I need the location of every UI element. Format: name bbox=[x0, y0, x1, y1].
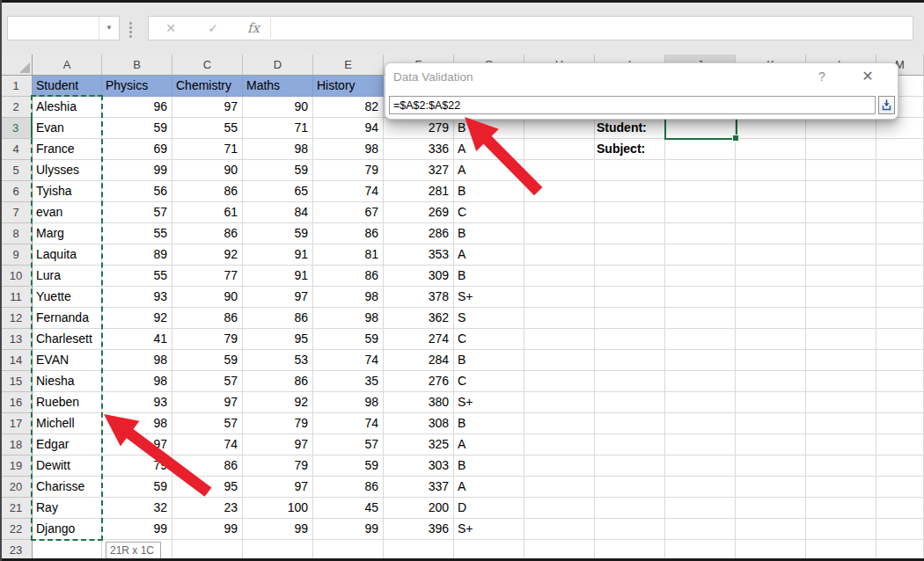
cell-A5[interactable]: Ulysses bbox=[33, 160, 102, 181]
cell-E12[interactable]: 98 bbox=[313, 308, 384, 329]
row-header-6[interactable]: 6 bbox=[0, 181, 33, 202]
row-header-20[interactable]: 20 bbox=[0, 477, 33, 498]
cell-H18[interactable] bbox=[524, 434, 595, 455]
cell-K12[interactable] bbox=[736, 308, 806, 329]
cell-B21[interactable]: 32 bbox=[102, 498, 172, 519]
cell-K14[interactable] bbox=[736, 350, 806, 371]
cell-E17[interactable]: 74 bbox=[313, 413, 384, 434]
cell-I10[interactable] bbox=[595, 266, 665, 287]
cell-J11[interactable] bbox=[665, 287, 736, 308]
cell-D1[interactable]: Maths bbox=[243, 76, 313, 97]
cell-I8[interactable] bbox=[595, 223, 665, 244]
cell-D21[interactable]: 100 bbox=[243, 498, 313, 519]
select-all-corner[interactable] bbox=[0, 55, 33, 76]
cell-D12[interactable]: 86 bbox=[243, 308, 313, 329]
cell-D4[interactable]: 98 bbox=[243, 139, 313, 160]
cell-I18[interactable] bbox=[595, 434, 665, 455]
formula-bar-input[interactable] bbox=[274, 18, 914, 40]
cell-B18[interactable]: 97 bbox=[102, 434, 172, 455]
row-header-21[interactable]: 21 bbox=[0, 498, 33, 519]
cell-J6[interactable] bbox=[665, 181, 736, 202]
cell-G5[interactable]: A bbox=[454, 160, 524, 181]
cell-J14[interactable] bbox=[665, 350, 736, 371]
cell-J7[interactable] bbox=[665, 202, 736, 223]
cell-D8[interactable]: 59 bbox=[243, 223, 313, 244]
cell-C11[interactable]: 90 bbox=[172, 287, 243, 308]
cell-J12[interactable] bbox=[665, 308, 736, 329]
cell-C9[interactable]: 92 bbox=[172, 244, 243, 266]
cell-M20[interactable] bbox=[876, 477, 924, 498]
cell-E11[interactable]: 98 bbox=[313, 287, 384, 308]
cell-A3[interactable]: Evan bbox=[33, 118, 102, 139]
cell-A1[interactable]: Student bbox=[33, 76, 102, 97]
cell-B9[interactable]: 89 bbox=[102, 244, 172, 266]
cell-M19[interactable] bbox=[876, 455, 924, 477]
fill-handle[interactable] bbox=[732, 135, 739, 142]
cell-F6[interactable]: 281 bbox=[384, 181, 454, 202]
cell-I22[interactable] bbox=[595, 519, 665, 540]
cell-F10[interactable]: 309 bbox=[384, 266, 454, 287]
cell-H5[interactable] bbox=[524, 160, 595, 181]
cell-A2[interactable]: Aleshia bbox=[33, 97, 102, 118]
cell-H16[interactable] bbox=[524, 392, 595, 413]
cell-B17[interactable]: 98 bbox=[102, 413, 172, 434]
cell-C13[interactable]: 79 bbox=[172, 329, 243, 350]
cell-C2[interactable]: 97 bbox=[172, 97, 243, 118]
cell-L19[interactable] bbox=[806, 455, 876, 477]
cell-G6[interactable]: B bbox=[454, 181, 524, 202]
cell-I6[interactable] bbox=[595, 181, 665, 202]
cell-K16[interactable] bbox=[736, 392, 806, 413]
cell-L12[interactable] bbox=[806, 308, 876, 329]
cell-K17[interactable] bbox=[736, 413, 806, 434]
cell-C19[interactable]: 86 bbox=[172, 455, 243, 477]
cell-D11[interactable]: 97 bbox=[243, 287, 313, 308]
cell-M4[interactable] bbox=[876, 139, 924, 160]
cell-L7[interactable] bbox=[806, 202, 876, 223]
cell-A19[interactable]: Dewitt bbox=[33, 455, 102, 477]
name-box-input[interactable] bbox=[10, 18, 103, 40]
cell-B12[interactable]: 92 bbox=[102, 308, 172, 329]
cell-J18[interactable] bbox=[665, 434, 736, 455]
cell-H8[interactable] bbox=[524, 223, 595, 244]
cell-C1[interactable]: Chemistry bbox=[172, 76, 243, 97]
cell-C10[interactable]: 77 bbox=[172, 266, 243, 287]
cell-D15[interactable]: 86 bbox=[243, 371, 313, 392]
cell-A18[interactable]: Edgar bbox=[33, 434, 102, 455]
row-header-12[interactable]: 12 bbox=[0, 308, 33, 329]
cell-H17[interactable] bbox=[524, 413, 595, 434]
cell-M21[interactable] bbox=[876, 498, 924, 519]
cell-M5[interactable] bbox=[876, 160, 924, 181]
cell-M17[interactable] bbox=[876, 413, 924, 434]
cell-J9[interactable] bbox=[665, 244, 736, 266]
cell-F15[interactable]: 276 bbox=[384, 371, 454, 392]
cell-F5[interactable]: 327 bbox=[384, 160, 454, 181]
cell-L20[interactable] bbox=[806, 477, 876, 498]
cell-I5[interactable] bbox=[595, 160, 665, 181]
row-header-8[interactable]: 8 bbox=[0, 223, 33, 244]
cell-G7[interactable]: C bbox=[454, 202, 524, 223]
cell-B14[interactable]: 98 bbox=[102, 350, 172, 371]
help-button[interactable]: ? bbox=[813, 69, 831, 84]
close-icon[interactable]: ✕ bbox=[857, 68, 878, 84]
cell-K21[interactable] bbox=[736, 498, 806, 519]
cell-I16[interactable] bbox=[595, 392, 665, 413]
collapse-dialog-button[interactable] bbox=[878, 96, 895, 114]
cell-B10[interactable]: 55 bbox=[102, 266, 172, 287]
cell-B11[interactable]: 93 bbox=[102, 287, 172, 308]
cell-F7[interactable]: 269 bbox=[384, 202, 454, 223]
cell-B22[interactable]: 99 bbox=[102, 519, 172, 540]
cell-G21[interactable]: D bbox=[454, 498, 524, 519]
cell-G22[interactable]: S+ bbox=[454, 519, 524, 540]
cell-B6[interactable]: 56 bbox=[102, 181, 172, 202]
cell-B2[interactable]: 96 bbox=[102, 97, 172, 118]
cell-D7[interactable]: 84 bbox=[243, 202, 313, 223]
cell-E7[interactable]: 67 bbox=[313, 202, 384, 223]
cell-L15[interactable] bbox=[806, 371, 876, 392]
cell-H6[interactable] bbox=[524, 181, 595, 202]
cell-A7[interactable]: evan bbox=[33, 202, 102, 223]
cell-L9[interactable] bbox=[806, 244, 876, 266]
cell-M13[interactable] bbox=[876, 329, 924, 350]
cell-K15[interactable] bbox=[736, 371, 806, 392]
cell-A17[interactable]: Michell bbox=[33, 413, 102, 434]
cell-J20[interactable] bbox=[665, 477, 736, 498]
